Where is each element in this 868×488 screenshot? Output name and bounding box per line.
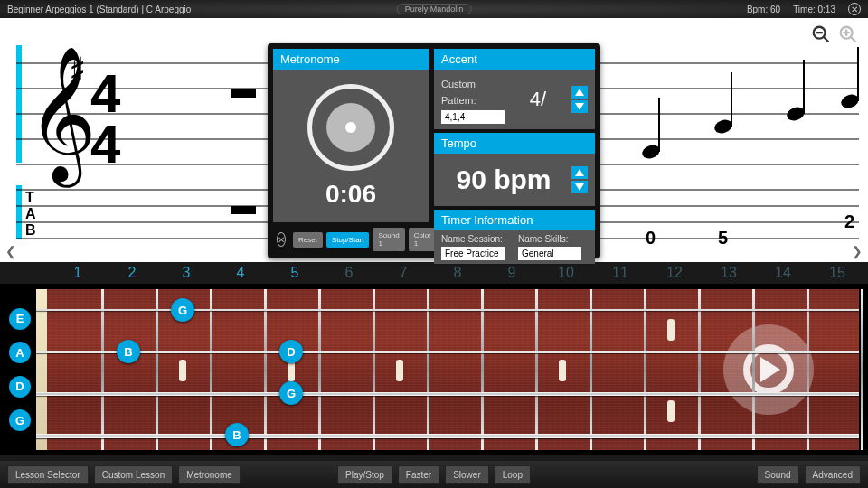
fret-wire <box>210 289 212 450</box>
fretboard[interactable]: GBDGB <box>36 289 859 450</box>
time-label: Time: 0:13 <box>793 5 835 14</box>
fret-inlay <box>396 360 403 381</box>
string <box>36 351 859 353</box>
bpm-label: Bpm: 60 <box>747 5 780 14</box>
fret-wire <box>752 289 755 450</box>
bottom-slowerbutton[interactable]: Slower <box>445 465 489 484</box>
bottom-custom-lessonbutton[interactable]: Custom Lesson <box>94 465 173 484</box>
fret-number-row: 123456789101112131415 <box>0 262 868 284</box>
fret-wire <box>861 289 863 450</box>
skills-input[interactable] <box>518 247 581 260</box>
fret-number: 11 <box>593 265 647 281</box>
note-marker[interactable]: G <box>279 381 303 405</box>
close-icon[interactable]: ✕ <box>848 3 861 15</box>
bottom-lesson-selectorbutton[interactable]: Lesson Selector <box>7 465 89 484</box>
fret-wire <box>644 289 646 450</box>
tempo-header: Tempo <box>434 133 595 154</box>
fret-number: 12 <box>647 265 702 281</box>
fret-wire <box>807 289 809 450</box>
tab-value: 2 <box>844 211 854 231</box>
sound-select-button[interactable]: Sound 1 <box>373 228 404 251</box>
reset-button[interactable]: Reset <box>293 232 323 248</box>
timer-info-header: Timer Information <box>434 210 595 230</box>
bottom-play-stopbutton[interactable]: Play/Stop <box>337 465 392 484</box>
fret-number: 7 <box>376 265 430 281</box>
metronome-header: Metronome <box>273 49 429 70</box>
fret-wire <box>481 289 484 450</box>
lesson-title: Beginner Arpeggios 1 (Standard) | C Arpe… <box>7 5 191 14</box>
nut <box>36 289 47 450</box>
svg-rect-34 <box>231 206 256 214</box>
svg-text:B: B <box>25 222 36 238</box>
accent-up-button[interactable] <box>571 86 588 99</box>
accent-display: 4/ <box>510 88 566 111</box>
fret-inlay <box>667 319 675 341</box>
svg-marker-35 <box>575 89 584 96</box>
open-string-label: E <box>9 308 31 330</box>
open-string-label: A <box>9 342 31 363</box>
metronome-dial[interactable] <box>307 84 394 171</box>
fret-number: 1 <box>51 265 105 281</box>
fret-wire <box>698 289 701 450</box>
tab-value: 5 <box>718 228 728 248</box>
metronome-timer: 0:06 <box>326 180 376 209</box>
tempo-up-button[interactable] <box>571 166 588 179</box>
metronome-panel: Metronome 0:06 ✕ Reset Stop/Start Sound … <box>268 43 600 258</box>
fret-number: 8 <box>430 265 485 281</box>
fret-number: 13 <box>702 265 756 281</box>
svg-text:♯: ♯ <box>69 51 86 90</box>
fretboard-area: EADG GBDGB <box>0 284 868 455</box>
fret-wire <box>535 289 538 450</box>
note-marker[interactable]: B <box>225 423 249 446</box>
skills-label: Name Skills: <box>518 234 588 244</box>
session-input[interactable] <box>441 247 505 260</box>
accent-down-button[interactable] <box>571 100 588 113</box>
fret-number: 9 <box>485 265 539 281</box>
svg-text:A: A <box>25 206 36 221</box>
fret-number: 3 <box>159 265 213 281</box>
open-string-label: G <box>9 409 31 431</box>
note-marker[interactable]: G <box>171 298 194 322</box>
fret-wire <box>318 289 321 450</box>
bottom-metronomebutton[interactable]: Metronome <box>178 465 241 484</box>
note-marker[interactable]: D <box>279 340 303 363</box>
svg-text:T: T <box>25 190 34 205</box>
fret-wire <box>427 289 429 450</box>
bottom-bar: Lesson SelectorCustom LessonMetronome Pl… <box>0 461 868 488</box>
fret-inlay <box>559 360 566 381</box>
bottom-soundbutton[interactable]: Sound <box>757 465 799 484</box>
brand-label: Purely Mandolin <box>397 4 472 14</box>
fret-wire <box>101 289 104 450</box>
fret-number: 14 <box>756 265 810 281</box>
svg-text:𝄞: 𝄞 <box>27 47 97 188</box>
svg-rect-18 <box>231 89 256 98</box>
tab-value: 0 <box>646 228 656 248</box>
bottom-advancedbutton[interactable]: Advanced <box>805 465 861 484</box>
tempo-value: 90 bpm <box>441 159 566 201</box>
fret-number: 4 <box>213 265 268 281</box>
notation-area: ❮ ❯ 𝄞 ♯ 4 4 <box>0 18 868 262</box>
tempo-down-button[interactable] <box>571 181 588 193</box>
svg-rect-8 <box>16 185 22 239</box>
fret-wire <box>590 289 592 450</box>
note-marker[interactable]: B <box>117 340 140 363</box>
custom-pattern-input[interactable] <box>441 110 505 124</box>
svg-marker-36 <box>575 103 584 110</box>
fret-number: 6 <box>322 265 376 281</box>
bottom-fasterbutton[interactable]: Faster <box>398 465 439 484</box>
bottom-loopbutton[interactable]: Loop <box>495 465 531 484</box>
metronome-close-icon[interactable]: ✕ <box>277 232 286 247</box>
metronome-dial-area: 0:06 <box>273 70 429 222</box>
custom-pattern-label: Custom Pattern: <box>441 79 476 106</box>
string <box>36 309 859 311</box>
play-overlay-button[interactable] <box>723 324 814 415</box>
stop-start-button[interactable]: Stop/Start <box>326 232 370 248</box>
fret-number: 2 <box>105 265 159 281</box>
fret-number: 5 <box>268 265 322 281</box>
color-select-button[interactable]: Color 1 <box>409 228 437 251</box>
fret-wire <box>156 289 158 450</box>
open-string-label: D <box>9 376 31 398</box>
svg-marker-38 <box>575 183 584 191</box>
fret-inlay <box>179 360 186 381</box>
play-arrow-icon <box>760 357 780 382</box>
